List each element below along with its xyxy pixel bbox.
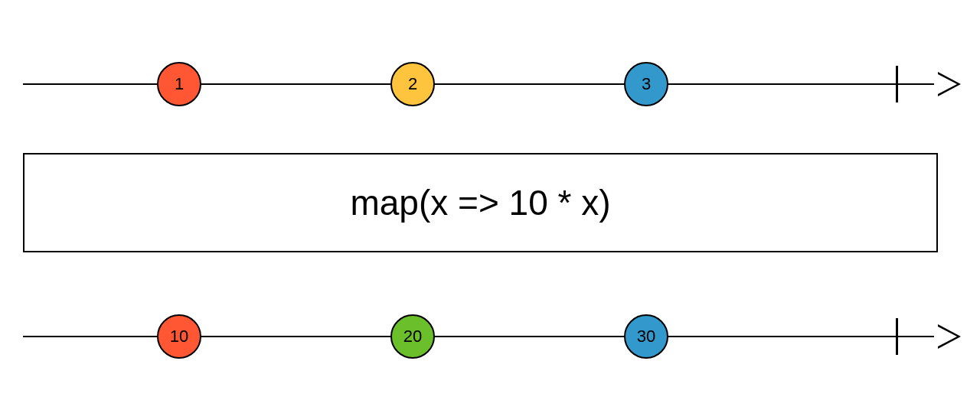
input-complete-tick <box>896 66 898 102</box>
operator-box: map(x => 10 * x) <box>23 153 938 252</box>
marble-diagram: 1 2 3 map(x => 10 * x) 10 20 30 <box>0 0 980 413</box>
marble-value: 3 <box>642 74 651 94</box>
output-complete-tick <box>896 318 898 355</box>
input-marble: 2 <box>390 62 435 106</box>
output-marble: 10 <box>157 314 201 359</box>
output-marble: 20 <box>390 314 435 359</box>
input-stream: 1 2 3 <box>23 61 961 107</box>
marble-value: 10 <box>170 327 188 346</box>
output-stream: 10 20 30 <box>23 314 961 359</box>
input-marble: 1 <box>157 62 201 106</box>
marble-value: 30 <box>637 327 655 346</box>
marble-value: 1 <box>175 74 184 94</box>
operator-label: map(x => 10 * x) <box>350 182 610 223</box>
input-marble: 3 <box>624 62 668 106</box>
arrow-right-icon <box>938 72 961 96</box>
output-marble: 30 <box>624 314 668 359</box>
arrow-right-icon <box>938 324 961 349</box>
marble-value: 2 <box>408 74 417 94</box>
marble-value: 20 <box>403 327 422 346</box>
